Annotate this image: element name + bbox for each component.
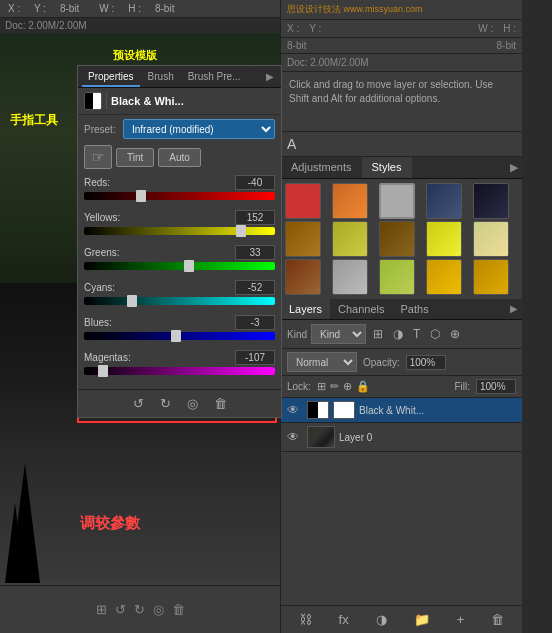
layer-filter-3[interactable]: T	[410, 325, 423, 343]
yellows-value[interactable]	[235, 210, 275, 225]
style-item-1[interactable]	[285, 183, 321, 219]
tab-paths[interactable]: Paths	[393, 299, 437, 319]
layer-link-btn[interactable]: ⛓	[295, 610, 316, 629]
style-item-7[interactable]	[332, 221, 368, 257]
photo-thumb-inner	[308, 427, 334, 447]
layer-eye-0[interactable]: 👁	[287, 430, 303, 444]
hand-tool-button[interactable]: ☞	[84, 145, 112, 169]
style-item-8[interactable]	[379, 221, 415, 257]
lock-position[interactable]: ⊕	[343, 380, 352, 393]
layer-fx-btn[interactable]: fx	[335, 610, 353, 629]
y-coord: Y :	[309, 23, 321, 34]
yellows-track[interactable]	[84, 227, 275, 235]
magentas-track[interactable]	[84, 367, 275, 375]
style-item-6[interactable]	[285, 221, 321, 257]
fill-value[interactable]	[476, 379, 516, 394]
preset-annotation: 预设模版	[113, 48, 157, 63]
yellows-thumb[interactable]	[236, 225, 246, 237]
blues-thumb[interactable]	[171, 330, 181, 342]
sliders-area: Reds: Yellows:	[78, 171, 281, 389]
undo-btn[interactable]: ↺	[129, 394, 148, 413]
layer-mask-btn[interactable]: ◑	[372, 610, 391, 629]
magentas-thumb[interactable]	[98, 365, 108, 377]
blend-select[interactable]: Normal	[287, 352, 357, 372]
style-item-10[interactable]	[473, 221, 509, 257]
layers-controls: Kind Kind ⊞ ◑ T ⬡ ⊕	[281, 320, 522, 349]
style-item-12[interactable]	[332, 259, 368, 295]
style-item-4[interactable]	[426, 183, 462, 219]
layers-menu[interactable]: ▶	[506, 299, 522, 319]
style-item-13[interactable]	[379, 259, 415, 295]
lock-transparent[interactable]: ⊞	[317, 380, 326, 393]
y-label: Y :	[34, 3, 46, 14]
blues-slider-row: Blues:	[84, 315, 275, 340]
bottom-tool-3[interactable]: ↻	[134, 602, 145, 617]
size-info: W : H : 8-bit	[99, 3, 174, 14]
auto-button[interactable]: Auto	[158, 148, 201, 167]
adj-menu-arrow[interactable]: ▶	[506, 157, 522, 178]
bit-depth-right: 8-bit	[155, 3, 174, 14]
cyans-thumb[interactable]	[127, 295, 137, 307]
tab-adjustments[interactable]: Adjustments	[281, 157, 362, 178]
layer-filter-1[interactable]: ⊞	[370, 325, 386, 343]
tab-brush[interactable]: Brush	[142, 68, 180, 87]
greens-thumb[interactable]	[184, 260, 194, 272]
greens-slider-row: Greens:	[84, 245, 275, 270]
layer-filter-2[interactable]: ◑	[390, 325, 406, 343]
style-item-5[interactable]	[473, 183, 509, 219]
magentas-value[interactable]	[235, 350, 275, 365]
blues-track[interactable]	[84, 332, 275, 340]
bottom-tool-1[interactable]: ⊞	[96, 602, 107, 617]
adj-styles-tabs: Adjustments Styles ▶	[281, 157, 522, 179]
layer-item-bw[interactable]: 👁 Black & Whit...	[281, 398, 522, 423]
lock-image[interactable]: ✏	[330, 380, 339, 393]
preset-select[interactable]: Infrared (modified)	[123, 119, 275, 139]
hand-tool-annotation: 手指工具	[10, 112, 58, 129]
cyans-value[interactable]	[235, 280, 275, 295]
tab-styles[interactable]: Styles	[362, 157, 412, 178]
reds-thumb[interactable]	[136, 190, 146, 202]
kind-select[interactable]: Kind	[311, 324, 366, 344]
reds-track[interactable]	[84, 192, 275, 200]
greens-header: Greens:	[84, 245, 275, 260]
tab-properties[interactable]: Properties	[82, 68, 140, 87]
panel-menu-arrow[interactable]: ▶	[263, 68, 277, 87]
preset-label: Preset:	[84, 124, 119, 135]
delete-btn[interactable]: 🗑	[210, 394, 231, 413]
redo-btn[interactable]: ↻	[156, 394, 175, 413]
lock-row: Lock: ⊞ ✏ ⊕ 🔒 Fill:	[281, 376, 522, 398]
blues-value[interactable]	[235, 315, 275, 330]
style-item-9[interactable]	[426, 221, 462, 257]
bottom-tool-5[interactable]: 🗑	[172, 602, 185, 617]
cyans-track[interactable]	[84, 297, 275, 305]
opacity-value[interactable]	[406, 355, 446, 370]
bottom-tool-2[interactable]: ↺	[115, 602, 126, 617]
greens-label: Greens:	[84, 247, 120, 258]
tab-channels[interactable]: Channels	[330, 299, 392, 319]
bottom-tool-4[interactable]: ◎	[153, 602, 164, 617]
divider	[106, 93, 107, 109]
layer-new-btn[interactable]: +	[453, 610, 469, 629]
style-item-15[interactable]	[473, 259, 509, 295]
reds-value[interactable]	[235, 175, 275, 190]
style-item-3[interactable]	[379, 183, 415, 219]
view-btn[interactable]: ◎	[183, 394, 202, 413]
layer-item-0[interactable]: 👁 Layer 0	[281, 423, 522, 452]
bit-depth-left: 8-bit	[60, 3, 79, 14]
layer-filter-5[interactable]: ⊕	[447, 325, 463, 343]
greens-value[interactable]	[235, 245, 275, 260]
tab-brush-preset[interactable]: Brush Pre...	[182, 68, 247, 87]
help-description: Click and drag to move layer or selectio…	[289, 78, 514, 106]
layer-group-btn[interactable]: 📁	[410, 610, 434, 629]
tint-button[interactable]: Tint	[116, 148, 154, 167]
layer-filter-4[interactable]: ⬡	[427, 325, 443, 343]
lock-all[interactable]: 🔒	[356, 380, 370, 393]
layer-thumb-0	[307, 426, 335, 448]
greens-track[interactable]	[84, 262, 275, 270]
style-item-11[interactable]	[285, 259, 321, 295]
layer-eye-bw[interactable]: 👁	[287, 403, 303, 417]
tab-layers[interactable]: Layers	[281, 299, 330, 319]
style-item-2[interactable]	[332, 183, 368, 219]
layer-delete-btn[interactable]: 🗑	[487, 610, 508, 629]
style-item-14[interactable]	[426, 259, 462, 295]
